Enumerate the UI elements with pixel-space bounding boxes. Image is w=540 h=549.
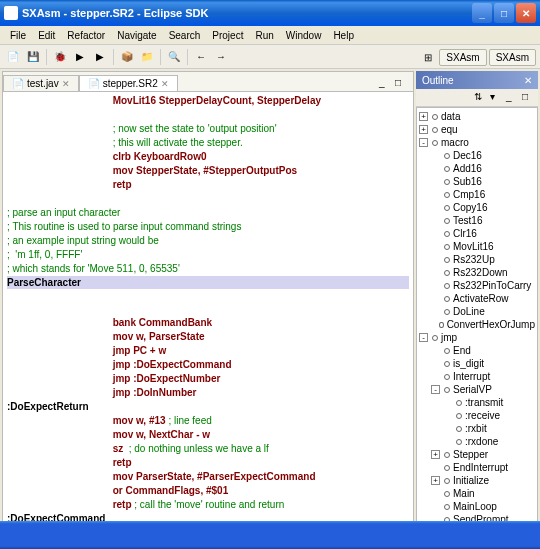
menu-file[interactable]: File [4,28,32,43]
menu-window[interactable]: Window [280,28,328,43]
minimize-button[interactable]: _ [472,3,492,23]
tree-label: is_digit [453,357,484,370]
tree-toggle-icon[interactable]: - [431,385,440,394]
tree-label: Stepper [453,448,488,461]
tree-bullet-icon [432,114,438,120]
outline-item[interactable]: EndInterrupt [419,461,535,474]
outline-close-icon[interactable]: ✕ [524,75,532,86]
menu-help[interactable]: Help [327,28,360,43]
maximize-view-icon[interactable]: □ [522,91,536,105]
maximize-button[interactable]: □ [494,3,514,23]
outline-item[interactable]: -macro [419,136,535,149]
outline-item[interactable]: ConvertHexOrJump [419,318,535,331]
tree-toggle-icon[interactable]: + [431,476,440,485]
open-perspective-icon[interactable]: ⊞ [419,48,437,66]
tree-bullet-icon [444,257,450,263]
editor-max-icon[interactable]: □ [395,77,409,91]
tree-label: data [441,110,460,123]
outline-item[interactable]: is_digit [419,357,535,370]
perspective-tab-1[interactable]: SXAsm [439,49,486,66]
tree-bullet-icon [444,270,450,276]
tree-bullet-icon [444,231,450,237]
close-button[interactable]: ✕ [516,3,536,23]
tree-toggle-icon[interactable]: - [419,138,428,147]
main-toolbar: 📄 💾 🐞 ▶ ▶ 📦 📁 🔍 ← → ⊞ SXAsm SXAsm [0,45,540,69]
menu-edit[interactable]: Edit [32,28,61,43]
debug-icon[interactable]: 🐞 [51,48,69,66]
outline-item[interactable]: Copy16 [419,201,535,214]
outline-item[interactable]: End [419,344,535,357]
tree-label: Clr16 [453,227,477,240]
search-icon[interactable]: 🔍 [165,48,183,66]
editor-tab-test-jav[interactable]: 📄test.jav✕ [3,75,79,91]
tree-bullet-icon [444,153,450,159]
run-icon[interactable]: ▶ [71,48,89,66]
windows-taskbar[interactable] [0,521,540,549]
editor-tab-stepper-SR2[interactable]: 📄stepper.SR2✕ [79,75,178,91]
tree-bullet-icon [456,439,462,445]
ext-tools-icon[interactable]: ▶ [91,48,109,66]
new-icon[interactable]: 📄 [4,48,22,66]
tree-label: Sub16 [453,175,482,188]
tree-bullet-icon [444,296,450,302]
editor-min-icon[interactable]: _ [379,77,393,91]
outline-tree[interactable]: +data+equ-macroDec16Add16Sub16Cmp16Copy1… [416,107,538,523]
minimize-view-icon[interactable]: _ [506,91,520,105]
outline-item[interactable]: -SerialVP [419,383,535,396]
outline-item[interactable]: Cmp16 [419,188,535,201]
window-title: SXAsm - stepper.SR2 - Eclipse SDK [22,7,472,19]
outline-item[interactable]: Rs232Down [419,266,535,279]
outline-item[interactable]: Clr16 [419,227,535,240]
menu-refactor[interactable]: Refactor [61,28,111,43]
tree-label: Initialize [453,474,489,487]
outline-item[interactable]: Rs232PinToCarry [419,279,535,292]
save-icon[interactable]: 💾 [24,48,42,66]
tree-toggle-icon[interactable]: + [419,125,428,134]
code-editor[interactable]: MovLit16 StepperDelayCount, StepperDelay… [3,92,413,522]
outline-title-bar: Outline ✕ [416,71,538,89]
outline-item[interactable]: +data [419,110,535,123]
tree-toggle-icon[interactable]: + [431,450,440,459]
menu-search[interactable]: Search [163,28,207,43]
menu-project[interactable]: Project [206,28,249,43]
outline-item[interactable]: MainLoop [419,500,535,513]
tree-label: :receive [465,409,500,422]
outline-item[interactable]: Interrupt [419,370,535,383]
menu-navigate[interactable]: Navigate [111,28,162,43]
tree-label: ConvertHexOrJump [447,318,535,331]
outline-item[interactable]: :rxdone [419,435,535,448]
tree-label: macro [441,136,469,149]
outline-item[interactable]: -jmp [419,331,535,344]
tree-label: Interrupt [453,370,490,383]
forward-icon[interactable]: → [212,48,230,66]
outline-item[interactable]: DoLine [419,305,535,318]
outline-item[interactable]: :transmit [419,396,535,409]
tree-label: Rs232PinToCarry [453,279,531,292]
outline-item[interactable]: Dec16 [419,149,535,162]
tree-toggle-icon[interactable]: + [419,112,428,121]
menu-run[interactable]: Run [249,28,279,43]
menu-icon[interactable]: ▾ [490,91,504,105]
new-class-icon[interactable]: 📦 [118,48,136,66]
outline-item[interactable]: ActivateRow [419,292,535,305]
outline-item[interactable]: :receive [419,409,535,422]
back-icon[interactable]: ← [192,48,210,66]
outline-item[interactable]: MovLit16 [419,240,535,253]
sort-icon[interactable]: ⇅ [474,91,488,105]
outline-item[interactable]: Add16 [419,162,535,175]
tree-label: End [453,344,471,357]
tree-bullet-icon [444,361,450,367]
outline-item[interactable]: Rs232Up [419,253,535,266]
outline-item[interactable]: Main [419,487,535,500]
outline-item[interactable]: +equ [419,123,535,136]
perspective-tab-2[interactable]: SXAsm [489,49,536,66]
outline-item[interactable]: Test16 [419,214,535,227]
outline-item[interactable]: +Initialize [419,474,535,487]
outline-item[interactable]: Sub16 [419,175,535,188]
window-titlebar: SXAsm - stepper.SR2 - Eclipse SDK _ □ ✕ [0,0,540,26]
tree-bullet-icon [444,244,450,250]
package-icon[interactable]: 📁 [138,48,156,66]
outline-item[interactable]: +Stepper [419,448,535,461]
tree-toggle-icon[interactable]: - [419,333,428,342]
outline-item[interactable]: :rxbit [419,422,535,435]
